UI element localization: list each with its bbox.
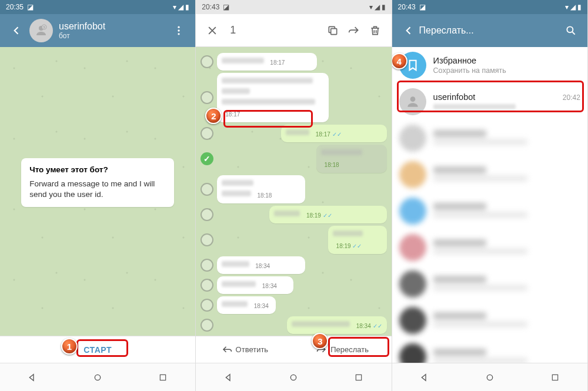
forward-title: Переслать... (419, 25, 560, 36)
select-checkbox[interactable] (201, 279, 213, 292)
bot-info-question: Что умеет этот бот? (29, 165, 166, 174)
callout-marker-1: 1 (61, 338, 78, 355)
chat-name: Избранное (433, 56, 476, 65)
chat-time: 20:42 (563, 93, 580, 102)
select-checkbox[interactable] (201, 259, 213, 272)
close-selection-button[interactable] (202, 20, 223, 41)
outgoing-message[interactable]: 18:34 ✓✓ (287, 316, 387, 334)
nav-home-icon[interactable] (481, 369, 499, 386)
message-row[interactable]: 18:18 (201, 145, 386, 173)
outgoing-message[interactable]: 18:18 (316, 145, 387, 173)
incoming-message[interactable]: 18:18 (217, 175, 305, 203)
chat-list-item[interactable] (392, 339, 587, 363)
chat-avatar (399, 161, 426, 188)
forward-button[interactable]: Переслать (293, 345, 391, 355)
chat-list-item[interactable] (392, 193, 587, 229)
back-button[interactable] (6, 20, 27, 41)
nav-home-icon[interactable] (89, 369, 106, 386)
select-checkbox[interactable] (201, 91, 213, 104)
message-row[interactable]: 18:17 (201, 73, 386, 122)
status-icon: ◪ (419, 3, 426, 11)
incoming-message[interactable]: 18:34 (217, 256, 305, 274)
nav-home-icon[interactable] (285, 369, 302, 386)
svg-rect-7 (160, 375, 165, 380)
nav-recent-icon[interactable] (546, 369, 564, 386)
select-checkbox[interactable] (201, 319, 213, 332)
chat-avatar (399, 125, 426, 152)
nav-recent-icon[interactable] (350, 369, 368, 386)
message-row[interactable]: 18:34 (201, 296, 386, 314)
chat-list-item[interactable]: userinfobot20:42 (392, 83, 587, 120)
forward-toolbar-button[interactable] (343, 20, 365, 41)
chat-avatar[interactable]: ? (29, 19, 53, 42)
back-button[interactable] (398, 20, 419, 41)
incoming-message[interactable]: 18:17 (217, 73, 329, 122)
selection-toolbar: 1 (196, 14, 391, 47)
wifi-icon: ▾ (369, 3, 373, 11)
chat-list-item[interactable] (392, 156, 587, 193)
statusbar: 20:43 ◪ ▾◢▮ (392, 0, 587, 14)
nav-recent-icon[interactable] (154, 369, 172, 386)
bot-info-card: Что умеет этот бот? Forward a message to… (21, 158, 174, 207)
statusbar: 20:43 ◪ ▾◢▮ (196, 0, 391, 14)
message-row[interactable]: 18:34 ✓✓ (201, 316, 386, 334)
nav-back-icon[interactable] (416, 369, 433, 386)
svg-point-4 (178, 29, 180, 31)
message-row[interactable]: 18:34 (201, 256, 386, 274)
read-ticks-icon: ✓✓ (373, 323, 382, 329)
chat-list-item[interactable]: ИзбранноеСохранить на память (392, 47, 587, 83)
read-ticks-icon: ✓✓ (323, 212, 332, 219)
chat-list-item[interactable] (392, 229, 587, 266)
reply-button[interactable]: Ответить (196, 345, 293, 355)
forward-label: Переслать (330, 345, 369, 354)
forward-header: Переслать... (392, 14, 587, 47)
message-time: 18:19 ✓✓ (306, 212, 332, 219)
search-button[interactable] (560, 20, 582, 41)
select-checkbox[interactable] (201, 55, 213, 68)
select-checkbox[interactable] (201, 233, 213, 246)
chat-avatar (399, 88, 426, 115)
message-row[interactable]: 18:18 (201, 175, 386, 203)
message-time: 18:34 ✓✓ (356, 323, 382, 329)
message-row[interactable]: 18:19 ✓✓ (201, 226, 386, 254)
signal-icon: ◢ (178, 3, 183, 11)
message-row[interactable]: 18:17 ✓✓ (201, 125, 386, 142)
chat-list-item[interactable] (392, 120, 587, 156)
message-row[interactable]: 18:34 (201, 276, 386, 294)
outgoing-message[interactable]: 18:19 ✓✓ (269, 206, 387, 223)
message-time: 18:34 (262, 283, 277, 289)
incoming-message[interactable]: 18:17 (217, 53, 317, 71)
select-checkbox[interactable] (201, 152, 213, 165)
message-row[interactable]: 18:17 (201, 53, 386, 71)
nav-back-icon[interactable] (220, 369, 238, 386)
more-menu-button[interactable] (168, 20, 189, 41)
message-row[interactable]: 18:19 ✓✓ (201, 206, 386, 223)
signal-icon: ◢ (375, 3, 380, 11)
status-icon: ◪ (27, 3, 34, 11)
chat-area: Что умеет этот бот? Forward a message to… (0, 47, 195, 336)
wifi-icon: ▾ (173, 3, 176, 11)
outgoing-message[interactable]: 18:19 ✓✓ (328, 226, 387, 254)
wifi-icon: ▾ (565, 3, 569, 11)
select-checkbox[interactable] (201, 127, 213, 140)
incoming-message[interactable]: 18:34 (217, 276, 293, 294)
status-time: 20:43 (398, 3, 416, 11)
select-checkbox[interactable] (201, 183, 213, 196)
incoming-message[interactable]: 18:34 (217, 296, 276, 314)
android-navbar (196, 363, 391, 391)
chat-header: ? userinfobot бот (0, 14, 195, 47)
copy-button[interactable] (322, 20, 343, 41)
select-checkbox[interactable] (201, 208, 213, 221)
select-checkbox[interactable] (201, 299, 213, 312)
chat-preview (433, 103, 580, 111)
svg-point-5 (178, 33, 180, 35)
nav-back-icon[interactable] (24, 369, 41, 386)
chat-list-item[interactable] (392, 302, 587, 339)
svg-point-13 (487, 375, 492, 380)
chat-list-item[interactable] (392, 266, 587, 302)
svg-point-11 (567, 26, 573, 32)
status-icon: ◪ (223, 3, 229, 11)
chat-avatar (399, 270, 426, 298)
outgoing-message[interactable]: 18:17 ✓✓ (281, 125, 387, 142)
delete-button[interactable] (365, 20, 386, 41)
